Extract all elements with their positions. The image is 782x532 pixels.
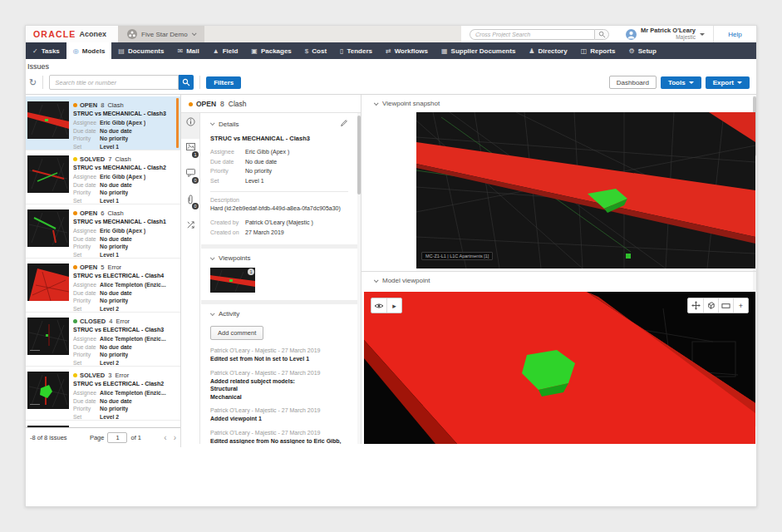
search-icon[interactable] bbox=[594, 29, 609, 40]
field-label: Assignee bbox=[73, 173, 100, 181]
field-label: Set bbox=[73, 359, 100, 367]
nav-item-models[interactable]: ◎Models bbox=[66, 42, 112, 59]
nav-item-workflows[interactable]: ⇄Workflows bbox=[379, 42, 435, 59]
issue-list-item[interactable]: OPEN8ClashSTRUC vs MECHANICAL - Clash3As… bbox=[26, 96, 180, 150]
filters-button[interactable]: Filters bbox=[206, 76, 241, 89]
detail-scrollbar[interactable] bbox=[357, 113, 361, 444]
pagination-summary: -8 of 8 issues bbox=[30, 434, 67, 441]
issue-thumbnail bbox=[27, 264, 69, 301]
status-dot bbox=[73, 373, 77, 377]
issue-field-row: PriorityNo priority bbox=[73, 243, 174, 251]
activity-meta: Patrick O'Leary - Majestic - 27 March 20… bbox=[210, 370, 348, 376]
orbit-button[interactable] bbox=[703, 298, 718, 313]
nav-item-packages[interactable]: ▣Packages bbox=[244, 42, 298, 59]
nav-item-tenders[interactable]: ▯Tenders bbox=[333, 42, 379, 59]
next-page-icon[interactable]: › bbox=[174, 434, 176, 442]
page-title: Issues bbox=[27, 62, 49, 71]
edit-pencil-icon[interactable] bbox=[340, 119, 348, 129]
activity-text: Edited assignee from No assignee to Eric… bbox=[210, 437, 348, 445]
page-number-input[interactable] bbox=[107, 432, 127, 443]
viewer-toolbar-left: ▸ bbox=[371, 298, 402, 313]
info-tab[interactable] bbox=[181, 113, 199, 139]
chevron-down-icon[interactable] bbox=[210, 255, 215, 260]
viewpoint-snapshot-image[interactable]: MC-Z1-L1 | L1C Apartments [1] bbox=[416, 112, 755, 268]
issue-list-item[interactable]: CLOSED4ErrorSTRUC vs ELECTRICAL - Clash3… bbox=[26, 313, 180, 367]
chevron-down-icon[interactable] bbox=[374, 278, 379, 283]
refresh-icon[interactable]: ↻ bbox=[29, 78, 37, 87]
zoom-in-button[interactable]: + bbox=[733, 298, 748, 313]
export-button[interactable]: Export bbox=[706, 76, 750, 89]
nav-item-setup[interactable]: ⚙Setup bbox=[622, 42, 662, 59]
pagination-bar: -8 of 8 issues Page of 1 ‹› bbox=[26, 427, 180, 447]
zoom-out-button[interactable] bbox=[718, 298, 733, 313]
issue-list-item[interactable]: SOLVED3ErrorSTRUC vs ELECTRICAL - Clash2… bbox=[26, 367, 180, 421]
model-3d-render bbox=[364, 292, 755, 444]
field-label: Set bbox=[73, 143, 100, 151]
nav-item-supplier-documents[interactable]: ▦Supplier Documents bbox=[435, 42, 522, 59]
nav-item-mail[interactable]: ✉Mail bbox=[170, 42, 205, 59]
project-selector[interactable]: Five Star Demo bbox=[118, 26, 204, 42]
issue-list-item[interactable]: SOLVED7ClashSTRUC vs MECHANICAL - Clash2… bbox=[26, 150, 180, 204]
nav-item-label: Supplier Documents bbox=[451, 47, 516, 55]
app-header: ORACLE Aconex Five Star Demo Mr Patrick … bbox=[26, 26, 756, 42]
tools-button[interactable]: Tools bbox=[661, 76, 701, 89]
issue-list-item[interactable]: OPEN5ErrorSTRUC vs ELECTRICAL - Clash4As… bbox=[26, 259, 180, 313]
nav-item-label: Reports bbox=[590, 47, 615, 55]
issue-list-item[interactable] bbox=[26, 421, 180, 427]
issue-field-row: SetLevel 1 bbox=[73, 251, 174, 259]
chevron-down-icon[interactable] bbox=[210, 121, 215, 126]
user-menu[interactable]: Mr Patrick O'Leary Majestic bbox=[617, 26, 713, 42]
field-value: No priority bbox=[100, 243, 128, 251]
nav-item-tasks[interactable]: ✓Tasks bbox=[26, 42, 66, 59]
model-viewer[interactable]: ▸ + bbox=[364, 292, 755, 444]
expand-tools-button[interactable]: ▸ bbox=[386, 298, 401, 313]
dashboard-button[interactable]: Dashboard bbox=[609, 76, 657, 89]
workflow-icon: ⇄ bbox=[386, 47, 391, 55]
nav-item-directory[interactable]: ♟Directory bbox=[522, 42, 573, 59]
add-comment-button[interactable]: Add comment bbox=[210, 326, 263, 340]
field-value: Alice Templeton (Enzic... bbox=[100, 389, 166, 397]
prev-page-icon[interactable]: ‹ bbox=[164, 434, 166, 442]
field-value: No due date bbox=[100, 181, 132, 190]
model-viewpoint-header: Model viewpoint bbox=[374, 277, 430, 284]
field-value: No due date bbox=[100, 289, 132, 298]
images-tab[interactable]: 1 bbox=[181, 139, 199, 165]
issue-field-row: Due dateNo due date bbox=[73, 289, 174, 298]
activity-section-header: Activity bbox=[210, 310, 348, 318]
field-label: Assignee bbox=[73, 119, 100, 127]
cross-project-search-input[interactable] bbox=[470, 29, 594, 40]
issue-search-input[interactable] bbox=[49, 75, 179, 90]
help-link[interactable]: Help bbox=[713, 26, 756, 42]
scrollbar-thumb[interactable] bbox=[357, 116, 361, 195]
cube-icon bbox=[706, 301, 716, 310]
caret-down-icon bbox=[700, 33, 705, 36]
field-value: No due date bbox=[245, 157, 277, 167]
visibility-button[interactable] bbox=[371, 298, 386, 313]
check-icon: ✓ bbox=[32, 47, 38, 55]
nav-item-field[interactable]: ▲Field bbox=[206, 42, 245, 59]
chevron-down-icon[interactable] bbox=[374, 101, 379, 106]
nav-item-reports[interactable]: ◫Reports bbox=[574, 42, 622, 59]
field-value: No priority bbox=[100, 297, 128, 305]
attachments-tab[interactable]: 0 bbox=[181, 190, 199, 216]
field-value: No priority bbox=[245, 166, 272, 176]
pagination-of-label: of 1 bbox=[130, 434, 141, 441]
status-dot bbox=[73, 319, 77, 323]
related-items-tab[interactable] bbox=[181, 216, 199, 242]
search-icon[interactable] bbox=[179, 75, 194, 90]
activity-entry: Patrick O'Leary - Majestic - 27 March 20… bbox=[210, 347, 348, 363]
main-nav: ✓Tasks◎Models▤Documents✉Mail▲Field▣Packa… bbox=[26, 42, 756, 59]
issue-field-row: SetLevel 1 bbox=[73, 197, 174, 205]
issue-thumbnail bbox=[27, 155, 69, 193]
issue-field-row: PriorityNo priority bbox=[73, 135, 174, 143]
chevron-down-icon[interactable] bbox=[210, 311, 215, 316]
pan-button[interactable] bbox=[688, 298, 703, 313]
detail-icon-rail: 1 0 0 bbox=[181, 113, 200, 444]
issue-list-item[interactable]: OPEN6ClashSTRUC vs MECHANICAL - Clash1As… bbox=[26, 204, 180, 259]
viewpoint-thumbnail[interactable]: 1 bbox=[210, 268, 255, 293]
issue-info: OPEN6ClashSTRUC vs MECHANICAL - Clash1As… bbox=[73, 209, 174, 258]
nav-item-cost[interactable]: $Cost bbox=[298, 42, 333, 59]
issue-number: 8 bbox=[101, 101, 104, 109]
comments-tab[interactable]: 0 bbox=[181, 165, 199, 190]
nav-item-documents[interactable]: ▤Documents bbox=[111, 42, 170, 59]
